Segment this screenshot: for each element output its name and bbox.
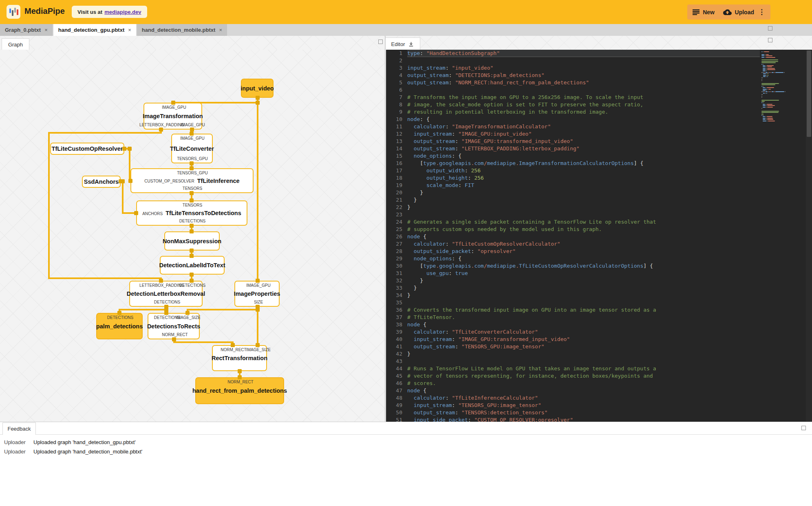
code-line: output_width: 256 [407, 167, 760, 174]
new-button-label: New [703, 9, 715, 15]
port-label: DETECTIONS [154, 300, 180, 304]
graph-node-TfLiteTensorsToDetections[interactable]: ANCHORSTfLiteTensorsToDetectionsTENSORSD… [136, 200, 247, 226]
port-label: IMAGE_GPU [180, 136, 204, 141]
graph-node-DetectionLabelIdToText[interactable]: DetectionLabelIdToText [160, 256, 225, 275]
code-line: # Converts the transformed input image o… [407, 306, 760, 314]
code-line [407, 299, 760, 306]
code-line: node: { [407, 116, 760, 123]
port [171, 101, 175, 105]
code-line: use_gpu: true [407, 270, 760, 277]
graph-node-ImageProperties[interactable]: ImagePropertiesIMAGE_GPUSIZE [234, 281, 280, 307]
download-icon[interactable] [408, 41, 414, 47]
node-title: TfLiteTensorsToDetections [165, 210, 241, 216]
port-label: LETTERBOX_PADDING [139, 123, 184, 127]
code-line: output_stream: "DETECTIONS:palm_detectio… [407, 72, 760, 79]
graph-tab-label: Graph [8, 42, 23, 48]
graph-node-DetectionsToRects[interactable]: DetectionsToRectsDETECTIONSIMAGE_SIZENOR… [148, 313, 200, 339]
line-number: 37 [386, 314, 402, 321]
line-number: 15 [386, 152, 402, 160]
upload-button[interactable]: Upload ⋮ [718, 4, 770, 20]
code-line: calculator: "TfLiteCustomOpResolverCalcu… [407, 240, 760, 248]
feedback-tab-label: Feedback [7, 426, 31, 432]
graph-node-hand_rect_from_palm_detections[interactable]: hand_rect_from_palm_detectionsNORM_RECT [195, 377, 284, 404]
code-line: node { [407, 387, 760, 394]
code-line [407, 57, 760, 64]
code-line: scale_mode: FIT [407, 182, 760, 189]
mediapipe-dev-link[interactable]: mediapipe.dev [104, 9, 141, 15]
graph-panel-expand-icon[interactable] [378, 40, 383, 44]
mediapipe-visualizer: MediaPipe Visit us at mediapipe.dev New [0, 0, 812, 506]
port [117, 311, 121, 315]
close-icon[interactable]: × [219, 27, 222, 33]
panel-divider[interactable] [385, 36, 386, 422]
port [128, 179, 132, 183]
editor-tab-label: Editor [391, 41, 405, 47]
line-number: 41 [386, 343, 402, 350]
feedback-expand-icon[interactable] [801, 426, 806, 430]
visit-us-pill: Visit us at mediapipe.dev [72, 6, 147, 18]
graph-node-input_video[interactable]: input_video [241, 79, 274, 98]
code-editor[interactable]: 1234567891011121314151617181920212223242… [386, 50, 812, 422]
code-line: [type.googleapis.com/mediapipe.TfLiteCus… [407, 262, 760, 270]
port [190, 132, 194, 136]
editor-panel-expand-icon[interactable] [768, 26, 772, 31]
node-title: TfLiteInference [197, 178, 240, 184]
code-line: output_stream: "TENSORS:detection_tensor… [407, 409, 760, 416]
tab-graph[interactable]: Graph [2, 38, 29, 50]
port [128, 147, 132, 151]
visit-prefix: Visit us at [77, 9, 102, 15]
line-number: 36 [386, 306, 402, 314]
port-label: SIZE [254, 300, 263, 304]
graph-node-RectTransformation[interactable]: RectTransformationNORM_RECTIMAGE_SIZE [212, 345, 267, 371]
code-line: output_stream: "NORM_RECT:hand_rect_from… [407, 79, 760, 86]
file-tab-Graph_0.pbtxt[interactable]: Graph_0.pbtxt× [0, 24, 53, 36]
graph-node-ImageTransformation[interactable]: ImageTransformationIMAGE_GPULETTERBOX_PA… [143, 103, 202, 130]
code-line: input_stream: "IMAGE_GPU:input_video" [407, 130, 760, 138]
graph-node-TfLiteInference[interactable]: CUSTOM_OP_RESOLVERTfLiteInferenceTENSORS… [130, 168, 254, 193]
graph-node-TfLiteCustomOpResolver[interactable]: TfLiteCustomOpResolver [50, 143, 124, 155]
port-label: TENSORS_GPU [177, 171, 208, 175]
graph-node-TfLiteConverter[interactable]: TfLiteConverterIMAGE_GPUTENSORS_GPU [171, 134, 213, 163]
file-tab-hand_detection_gpu.pbtxt[interactable]: hand_detection_gpu.pbtxt× [53, 24, 136, 36]
close-icon[interactable]: × [128, 27, 131, 33]
port [190, 254, 194, 258]
code-line: # Runs a TensorFlow Lite model on GPU th… [407, 365, 760, 372]
graph-node-DetectionLetterboxRemoval[interactable]: DetectionLetterboxRemovalLETTERBOX_PADDI… [129, 281, 203, 307]
graph-node-SsdAnchors[interactable]: SsdAnchors [82, 176, 121, 188]
line-number: 32 [386, 277, 402, 284]
line-number: 44 [386, 365, 402, 372]
code-line: } [407, 292, 760, 299]
code-line: # scores. [407, 380, 760, 387]
editor-minimap[interactable] [761, 51, 800, 122]
close-icon[interactable]: × [44, 27, 48, 33]
port [256, 343, 260, 347]
graph-canvas[interactable]: input_videoImageTransformationIMAGE_GPUL… [0, 50, 385, 422]
upload-more-kebab-icon[interactable]: ⋮ [758, 9, 765, 15]
node-title: DetectionsToRects [147, 323, 200, 330]
port-label: TENSORS [183, 203, 202, 207]
port [190, 128, 194, 132]
port [185, 311, 190, 315]
code-line: output_stream: "LETTERBOX_PADDING:letter… [407, 145, 760, 152]
editor-code[interactable]: type: "HandDetectionSubgraph" input_stre… [407, 50, 760, 422]
file-tab-hand_detection_mobile.pbtxt[interactable]: hand_detection_mobile.pbtxt× [137, 24, 227, 36]
code-line: } [407, 204, 760, 211]
line-number: 9 [386, 108, 402, 116]
new-button[interactable]: New [687, 4, 720, 20]
code-line: node { [407, 233, 760, 240]
line-number: 34 [386, 292, 402, 299]
code-line: } [407, 189, 760, 196]
tab-editor[interactable]: Editor [385, 37, 420, 50]
line-number: 18 [386, 174, 402, 182]
editor-scrollbar-thumb[interactable] [807, 51, 811, 137]
node-title: palm_detections [96, 323, 143, 330]
port [190, 229, 194, 233]
editor-scrollbar[interactable] [806, 50, 812, 422]
upload-cloud-icon [723, 9, 732, 15]
tab-feedback[interactable]: Feedback [2, 422, 36, 435]
port [172, 337, 176, 341]
graph-node-NonMaxSuppression[interactable]: NonMaxSuppression [164, 231, 220, 251]
graph-node-palm_detections[interactable]: palm_detectionsDETECTIONS [96, 313, 143, 339]
port [190, 249, 194, 253]
editor-panel-expand-icon-2[interactable] [768, 38, 772, 42]
